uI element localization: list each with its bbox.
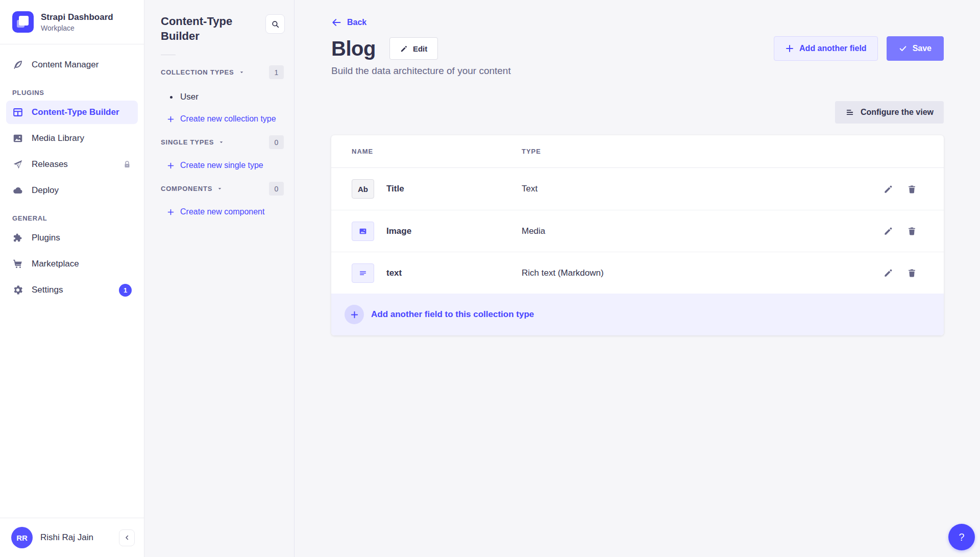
sidebar-section-plugins: PLUGINS	[12, 89, 132, 96]
workspace-header[interactable]: Strapi Dashboard Workplace	[0, 0, 144, 44]
field-type: Rich text (Markdown)	[522, 268, 604, 278]
panel-title: Content-Type Builder	[161, 14, 242, 43]
sidebar-item-releases[interactable]: Releases	[6, 153, 138, 176]
configure-view-label: Configure the view	[861, 108, 934, 117]
app-title: Strapi Dashboard	[41, 12, 113, 22]
sidebar-item-content-manager[interactable]: Content Manager	[6, 53, 138, 77]
sidebar-item-media-library[interactable]: Media Library	[6, 127, 138, 150]
strapi-logo-icon	[12, 11, 34, 33]
pencil-icon	[400, 45, 408, 53]
group-label: SINGLE TYPES	[161, 138, 214, 146]
page-title: Blog	[331, 37, 376, 60]
collection-types-count: 1	[269, 65, 284, 79]
edit-field-button[interactable]	[884, 184, 893, 194]
single-types-header[interactable]: SINGLE TYPES 0	[144, 129, 294, 155]
collection-type-label: User	[180, 92, 199, 102]
trash-icon	[907, 268, 917, 278]
main-sidebar: Strapi Dashboard Workplace Content Manag…	[0, 0, 144, 557]
user-menu[interactable]: RR Rishi Raj Jain	[0, 518, 144, 557]
content-type-builder-panel: Content-Type Builder COLLECTION TYPES 1 …	[144, 0, 295, 557]
workspace-titles: Strapi Dashboard Workplace	[41, 12, 113, 32]
collection-type-user[interactable]: User	[144, 85, 294, 109]
media-field-icon	[352, 222, 374, 241]
chevron-down-icon	[218, 139, 224, 145]
panel-divider	[161, 55, 176, 55]
sidebar-item-label: Deploy	[32, 185, 59, 196]
search-button[interactable]	[265, 14, 285, 34]
column-header-type: TYPE	[522, 148, 541, 155]
plus-icon	[167, 208, 175, 216]
add-field-label: Add another field	[799, 44, 867, 53]
avatar: RR	[11, 527, 33, 548]
gear-icon	[12, 284, 23, 296]
delete-field-button[interactable]	[907, 226, 917, 236]
create-collection-type-link[interactable]: Create new collection type	[144, 109, 294, 129]
create-link-label: Create new single type	[180, 161, 263, 170]
add-another-field-button[interactable]: Add another field	[774, 36, 878, 61]
add-field-to-collection-button[interactable]: Add another field to this collection typ…	[331, 294, 944, 335]
field-name-cell: text	[352, 263, 522, 283]
collection-types-header[interactable]: COLLECTION TYPES 1	[144, 59, 294, 85]
question-mark-icon: ?	[959, 531, 964, 543]
sidebar-item-label: Settings	[32, 285, 63, 295]
sidebar-item-label: Content-Type Builder	[32, 107, 119, 117]
sidebar-item-label: Content Manager	[32, 60, 99, 70]
grid-layout-icon	[12, 107, 23, 118]
user-name: Rishi Raj Jain	[40, 532, 111, 543]
create-link-label: Create new collection type	[180, 114, 276, 124]
bullet-icon	[170, 96, 173, 99]
configure-view-button[interactable]: Configure the view	[835, 101, 944, 124]
table-row: text Rich text (Markdown)	[331, 252, 944, 294]
field-name: Title	[386, 184, 404, 194]
pencil-icon	[884, 226, 893, 236]
richtext-field-icon	[352, 263, 374, 283]
lock-icon	[122, 160, 132, 169]
paper-plane-icon	[12, 159, 23, 170]
check-icon	[899, 44, 907, 53]
create-component-link[interactable]: Create new component	[144, 202, 294, 222]
components-header[interactable]: COMPONENTS 0	[144, 176, 294, 202]
sidebar-nav: Content Manager PLUGINS Content-Type Bui…	[0, 44, 144, 518]
sidebar-item-deploy[interactable]: Deploy	[6, 179, 138, 202]
collapse-sidebar-button[interactable]	[119, 529, 135, 546]
create-link-label: Create new component	[180, 207, 264, 216]
column-header-name: NAME	[352, 148, 522, 155]
sidebar-section-general: GENERAL	[12, 214, 132, 222]
sidebar-item-label: Marketplace	[32, 259, 79, 269]
group-label: COLLECTION TYPES	[161, 68, 234, 76]
back-link[interactable]: Back	[331, 17, 366, 28]
help-button[interactable]: ?	[948, 524, 975, 550]
trash-icon	[907, 226, 917, 236]
edit-button[interactable]: Edit	[389, 37, 438, 60]
cart-icon	[12, 258, 23, 270]
save-label: Save	[913, 44, 932, 53]
delete-field-button[interactable]	[907, 184, 917, 194]
main-content: Back Blog Edit Add another field Save	[295, 0, 980, 557]
table-header: NAME TYPE	[331, 135, 944, 168]
trash-icon	[907, 184, 917, 194]
arrow-left-icon	[331, 17, 341, 28]
sidebar-item-content-type-builder[interactable]: Content-Type Builder	[6, 101, 138, 124]
picture-icon	[12, 133, 23, 144]
plus-icon	[167, 115, 175, 123]
cloud-icon	[12, 185, 23, 196]
search-icon	[271, 20, 280, 29]
page-subtitle: Build the data architecture of your cont…	[331, 65, 944, 77]
delete-field-button[interactable]	[907, 268, 917, 278]
sidebar-item-label: Plugins	[32, 233, 60, 243]
table-row: Ab Title Text	[331, 168, 944, 210]
save-button[interactable]: Save	[887, 36, 944, 61]
chevron-left-icon	[124, 534, 131, 541]
create-single-type-link[interactable]: Create new single type	[144, 155, 294, 176]
edit-field-button[interactable]	[884, 268, 893, 278]
sidebar-item-plugins[interactable]: Plugins	[6, 226, 138, 250]
sidebar-item-marketplace[interactable]: Marketplace	[6, 252, 138, 276]
workspace-name: Workplace	[41, 24, 113, 32]
plus-icon	[785, 44, 794, 53]
feather-pen-icon	[12, 59, 23, 70]
row-actions	[884, 184, 923, 194]
text-field-icon: Ab	[352, 179, 374, 199]
edit-field-button[interactable]	[884, 226, 893, 236]
sidebar-item-settings[interactable]: Settings 1	[6, 278, 138, 302]
field-name: Image	[386, 226, 411, 236]
